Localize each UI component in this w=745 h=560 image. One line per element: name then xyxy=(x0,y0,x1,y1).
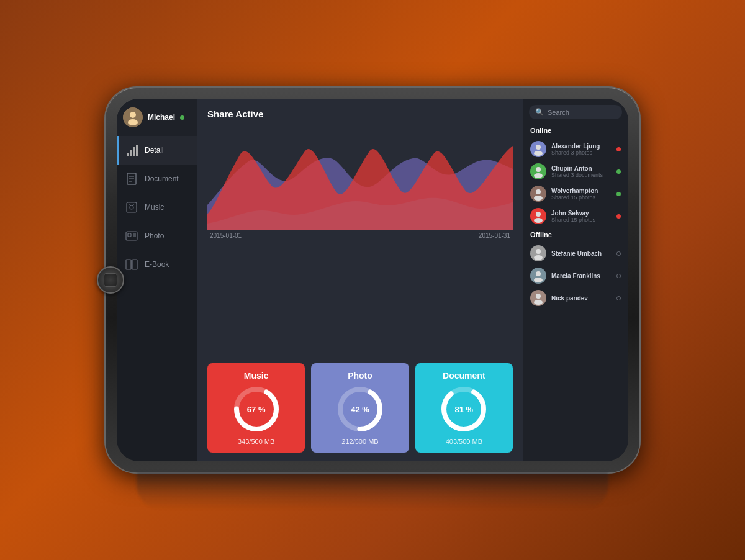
contact-avatar-0 xyxy=(530,141,546,157)
photo-icon xyxy=(125,229,138,243)
svg-rect-3 xyxy=(127,153,129,156)
contact-info-offline-1: Marcia Franklins xyxy=(551,273,612,279)
contact-avatar-offline-1 xyxy=(530,268,546,284)
svg-point-28 xyxy=(536,145,541,150)
contact-item-offline-2: Nick pandev xyxy=(523,287,628,309)
contact-status-offline-2 xyxy=(616,296,621,300)
user-profile: Michael xyxy=(117,99,197,136)
svg-point-29 xyxy=(534,151,543,156)
donut-percent-photo: 42 % xyxy=(351,405,369,414)
sidebar-item-label-detail: Detail xyxy=(145,146,164,155)
svg-rect-11 xyxy=(127,202,137,212)
svg-point-41 xyxy=(534,300,543,305)
svg-point-33 xyxy=(534,196,543,201)
home-button[interactable] xyxy=(97,266,124,294)
contact-avatar-2 xyxy=(530,186,546,202)
contact-avatar-offline-0 xyxy=(530,245,546,261)
contact-item-offline-0: Stefanie Umbach xyxy=(523,242,628,264)
contact-name-offline-0: Stefanie Umbach xyxy=(551,250,612,257)
contact-item-offline-1: Marcia Franklins xyxy=(523,264,628,287)
svg-point-30 xyxy=(536,167,541,172)
contact-sub-3: Shared 15 photos xyxy=(551,217,612,223)
sidebar-item-music[interactable]: Music xyxy=(117,193,197,222)
document-icon xyxy=(125,172,138,186)
donut-document: 81 % xyxy=(439,384,489,434)
stat-title-photo: Photo xyxy=(348,371,372,381)
sidebar-item-photo[interactable]: Photo xyxy=(117,222,197,250)
search-box[interactable]: 🔍 Search xyxy=(529,105,622,119)
svg-point-38 xyxy=(536,271,541,276)
home-button-icon xyxy=(104,273,117,287)
sidebar-item-detail[interactable]: Detail xyxy=(117,136,197,165)
user-name: Michael xyxy=(148,113,175,122)
contact-info-offline-0: Stefanie Umbach xyxy=(551,250,612,257)
chart-section: Share Active 2015-01-01 2015-01-31 xyxy=(197,99,523,357)
search-placeholder: Search xyxy=(548,109,569,116)
contact-info-3: John Selway Shared 15 photos xyxy=(551,210,612,223)
svg-rect-4 xyxy=(130,150,132,156)
svg-point-35 xyxy=(534,218,543,223)
contact-status-0 xyxy=(616,147,621,151)
svg-point-34 xyxy=(536,212,541,217)
svg-point-32 xyxy=(536,189,541,194)
online-section-label: Online xyxy=(523,127,628,138)
svg-point-1 xyxy=(130,112,136,118)
tablet-screen: Michael Detail xyxy=(117,99,628,461)
chart-container xyxy=(207,124,513,230)
contact-info-offline-2: Nick pandev xyxy=(551,295,612,302)
contact-status-offline-0 xyxy=(616,251,621,256)
main-content: Share Active 2015-01-01 2015-01-31 xyxy=(197,99,523,461)
donut-percent-document: 81 % xyxy=(454,405,473,414)
chart-title: Share Active xyxy=(207,109,513,119)
contact-info-0: Alexander Ljung Shared 3 photos xyxy=(551,143,612,156)
donut-photo: 42 % xyxy=(335,384,385,434)
svg-point-31 xyxy=(534,173,543,178)
svg-point-12 xyxy=(130,205,133,209)
stat-storage-document: 403/500 MB xyxy=(446,438,482,445)
contact-avatar-3 xyxy=(530,208,546,224)
contact-info-1: Chupin Anton Shared 3 documents xyxy=(551,165,612,178)
sidebar: Michael Detail xyxy=(117,99,197,461)
contact-name-3: John Selway xyxy=(551,210,612,217)
sidebar-item-label-document: Document xyxy=(145,174,179,183)
avatar xyxy=(123,107,143,127)
chart-date-end: 2015-01-31 xyxy=(479,232,510,239)
chart-dates: 2015-01-01 2015-01-31 xyxy=(207,232,513,239)
ebook-icon xyxy=(125,258,138,271)
svg-point-39 xyxy=(534,278,543,282)
stat-title-document: Document xyxy=(443,371,485,381)
stat-card-document: Document 81 % 403/500 MB xyxy=(415,363,513,453)
sidebar-item-ebook[interactable]: E-Book xyxy=(117,250,197,279)
contact-name-offline-2: Nick pandev xyxy=(551,295,612,302)
detail-icon xyxy=(125,143,138,157)
search-icon: 🔍 xyxy=(535,108,544,116)
contact-name-offline-1: Marcia Franklins xyxy=(551,273,612,279)
contact-avatar-1 xyxy=(530,163,546,179)
svg-rect-20 xyxy=(132,260,137,269)
tablet-reflection xyxy=(137,472,608,510)
svg-rect-16 xyxy=(128,233,131,237)
contact-info-2: Wolverhampton Shared 15 photos xyxy=(551,187,612,201)
stat-storage-music: 343/500 MB xyxy=(238,438,274,445)
contact-status-offline-1 xyxy=(616,274,621,278)
chart-date-start: 2015-01-01 xyxy=(210,232,242,239)
svg-rect-5 xyxy=(133,147,135,156)
svg-point-2 xyxy=(128,119,138,125)
area-chart-svg xyxy=(207,124,513,230)
contact-status-3 xyxy=(616,214,621,219)
donut-percent-music: 67 % xyxy=(247,405,266,414)
sidebar-item-label-ebook: E-Book xyxy=(145,260,169,269)
contact-status-2 xyxy=(616,192,621,196)
contact-item-1: Chupin Anton Shared 3 documents xyxy=(523,160,628,183)
stats-section: Music 67 % 343/500 MB Photo xyxy=(197,357,523,461)
donut-music: 67 % xyxy=(232,384,281,434)
contact-sub-0: Shared 3 photos xyxy=(551,150,612,156)
offline-section-label: Offline xyxy=(523,231,628,242)
stat-card-photo: Photo 42 % 212/500 MB xyxy=(311,363,409,453)
contact-name-1: Chupin Anton xyxy=(551,165,612,172)
svg-point-37 xyxy=(534,255,543,260)
sidebar-item-document[interactable]: Document xyxy=(117,165,197,193)
sidebar-item-label-music: Music xyxy=(145,203,164,212)
contact-item-3: John Selway Shared 15 photos xyxy=(523,205,628,227)
stat-card-music: Music 67 % 343/500 MB xyxy=(207,363,305,453)
